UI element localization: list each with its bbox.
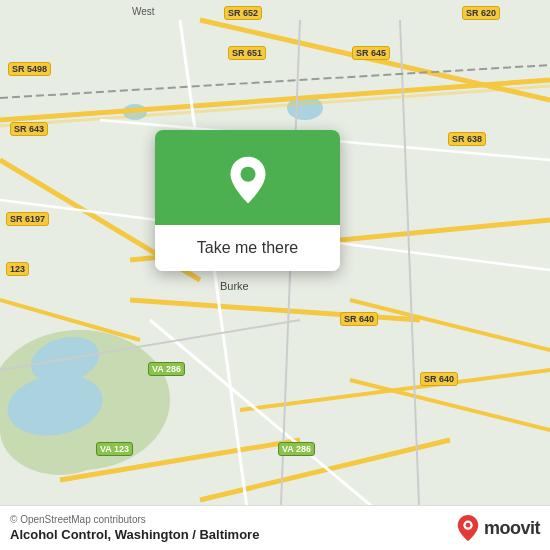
bottom-left-info: © OpenStreetMap contributors Alcohol Con… bbox=[10, 514, 259, 542]
road-badge-sr643: SR 643 bbox=[10, 122, 48, 136]
attribution-text: © OpenStreetMap contributors bbox=[10, 514, 259, 525]
road-badge-sr638: SR 638 bbox=[448, 132, 486, 146]
road-badge-va286a: VA 286 bbox=[148, 362, 185, 376]
moovit-logo: moovit bbox=[456, 514, 540, 542]
road-badge-sr640b: SR 640 bbox=[420, 372, 458, 386]
moovit-pin-icon bbox=[456, 514, 480, 542]
road-badge-123: 123 bbox=[6, 262, 29, 276]
road-badge-sr651: SR 651 bbox=[228, 46, 266, 60]
label-burke: Burke bbox=[220, 280, 249, 292]
map-background bbox=[0, 0, 550, 550]
svg-point-29 bbox=[466, 523, 471, 528]
location-pin-icon bbox=[223, 155, 273, 205]
svg-point-27 bbox=[240, 167, 255, 182]
road-badge-va123: VA 123 bbox=[96, 442, 133, 456]
moovit-text: moovit bbox=[484, 518, 540, 539]
label-west: West bbox=[132, 6, 155, 17]
road-badge-sr620: SR 620 bbox=[462, 6, 500, 20]
road-badge-sr5498: SR 5498 bbox=[8, 62, 51, 76]
popup-card: Take me there bbox=[155, 130, 340, 271]
place-name: Alcohol Control, Washington / Baltimore bbox=[10, 527, 259, 542]
road-badge-va286b: VA 286 bbox=[278, 442, 315, 456]
map-container: SR 652 SR 620 SR 5498 SR 651 SR 645 SR 6… bbox=[0, 0, 550, 550]
bottom-bar: © OpenStreetMap contributors Alcohol Con… bbox=[0, 505, 550, 550]
road-badge-sr6197: SR 6197 bbox=[6, 212, 49, 226]
road-badge-sr645: SR 645 bbox=[352, 46, 390, 60]
popup-green-header bbox=[155, 130, 340, 225]
popup-pointer bbox=[232, 228, 256, 242]
road-badge-sr652: SR 652 bbox=[224, 6, 262, 20]
road-badge-sr640a: SR 640 bbox=[340, 312, 378, 326]
